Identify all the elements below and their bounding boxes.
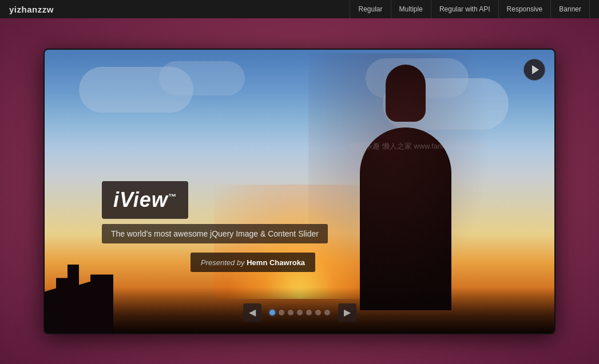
subtitle-box: The world's most awesome jQuery Image & … [102,224,328,243]
presented-box: Presented by Hemn Chawroka [191,253,315,272]
dot-3[interactable] [288,310,293,315]
presented-name: Hemn Chawroka [247,258,305,267]
play-icon [532,65,539,74]
nav-responsive[interactable]: Responsive [499,0,552,18]
person-head [386,65,426,122]
dot-5[interactable] [306,310,312,315]
prev-button[interactable]: ◀ [243,303,261,322]
dot-6[interactable] [315,310,321,315]
nav-regular-api[interactable]: Regular with API [431,0,499,18]
presented-text: Presented by Hemn Chawroka [201,258,305,267]
nav-regular[interactable]: Regular [350,0,391,18]
nav-banner[interactable]: Banner [551,0,590,18]
subtitle-text: The world's most awesome jQuery Image & … [111,229,319,238]
cloud-2 [159,61,245,95]
nav-controls: ◀ ▶ [243,303,356,322]
dot-7[interactable] [324,310,330,315]
nav-multiple[interactable]: Multiple [391,0,431,18]
play-button[interactable] [523,59,545,81]
slider-container: 代码乐趣 懒人之家 www.fanrenzhijia.com iView™ Th… [43,49,556,334]
next-button[interactable]: ▶ [338,303,356,322]
iview-title: iView™ [113,188,177,211]
person-figure [326,65,486,310]
main-content: 代码乐趣 懒人之家 www.fanrenzhijia.com iView™ Th… [0,18,599,364]
brand-logo: yizhanzzw [9,5,54,14]
nav-links: Regular Multiple Regular with API Respon… [350,0,590,18]
navbar: yizhanzzw Regular Multiple Regular with … [0,0,599,18]
dot-4[interactable] [297,310,303,315]
dot-1[interactable] [269,310,275,315]
person-body [360,127,451,310]
dots-container [269,310,330,315]
dot-2[interactable] [279,310,284,315]
iview-title-box: iView™ [102,181,188,219]
